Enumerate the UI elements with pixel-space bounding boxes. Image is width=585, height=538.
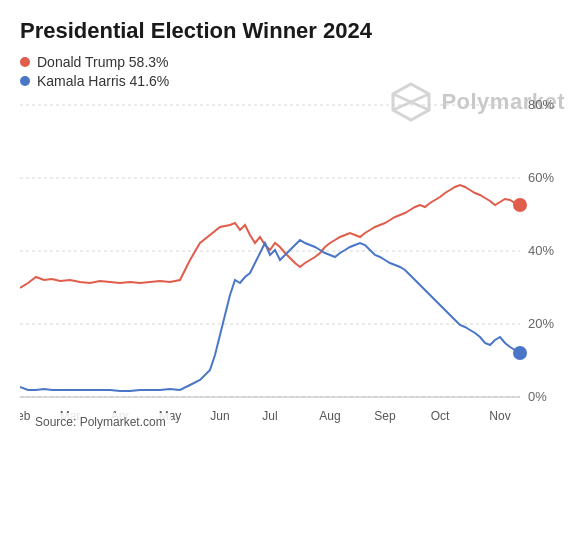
svg-text:20%: 20% <box>528 316 554 331</box>
source-label: Source: Polymarket.com <box>30 413 171 431</box>
trump-dot <box>20 57 30 67</box>
svg-text:Sep: Sep <box>374 409 396 423</box>
svg-text:40%: 40% <box>528 243 554 258</box>
harris-label: Kamala Harris 41.6% <box>37 73 169 89</box>
svg-text:Aug: Aug <box>319 409 340 423</box>
harris-dot <box>20 76 30 86</box>
svg-text:Nov: Nov <box>489 409 510 423</box>
svg-text:Jun: Jun <box>210 409 229 423</box>
chart-svg: 80% 60% 40% 20% 0% Feb Mar Apr May Jun J… <box>20 95 565 465</box>
trump-line <box>20 185 520 288</box>
harris-endpoint-dot <box>513 346 527 360</box>
svg-text:60%: 60% <box>528 170 554 185</box>
chart-area: 80% 60% 40% 20% 0% Feb Mar Apr May Jun J… <box>20 95 565 465</box>
svg-text:Jul: Jul <box>262 409 277 423</box>
page-title: Presidential Election Winner 2024 <box>20 18 565 44</box>
svg-text:80%: 80% <box>528 97 554 112</box>
legend-trump: Donald Trump 58.3% <box>20 54 565 70</box>
trump-endpoint-dot <box>513 198 527 212</box>
svg-text:0%: 0% <box>528 389 547 404</box>
harris-line <box>20 240 520 391</box>
trump-label: Donald Trump 58.3% <box>37 54 169 70</box>
svg-text:Oct: Oct <box>431 409 450 423</box>
main-container: Presidential Election Winner 2024 Donald… <box>0 0 585 538</box>
